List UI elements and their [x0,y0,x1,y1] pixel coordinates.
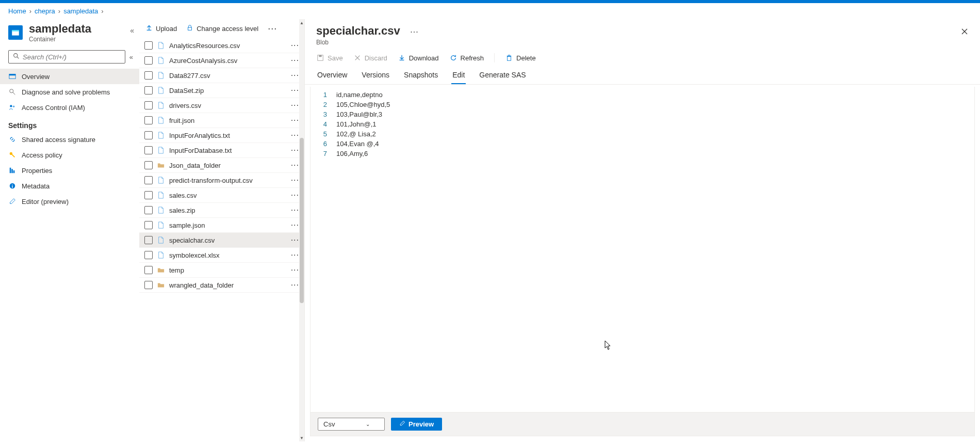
scroll-down-icon[interactable]: ▼ [299,434,304,441]
file-more-actions[interactable]: ··· [291,205,299,215]
checkbox[interactable] [144,56,153,65]
file-row[interactable]: sales.csv··· [139,188,304,203]
checkbox[interactable] [144,41,153,50]
checkbox[interactable] [144,251,153,259]
change-access-button[interactable]: Change access level [186,24,258,33]
breadcrumb-account[interactable]: chepra [35,7,55,15]
checkbox[interactable] [144,86,153,94]
file-more-actions[interactable]: ··· [291,220,299,230]
nav-properties[interactable]: Properties [0,163,139,178]
file-row[interactable]: fruit.json··· [139,113,304,128]
checkbox[interactable] [144,131,153,139]
code-content[interactable]: id,name,deptno105,Chloe@hyd,5103,Paul@bl… [336,90,974,409]
file-more-actions[interactable]: ··· [291,280,299,290]
breadcrumb-container[interactable]: sampledata [63,7,98,15]
code-line[interactable]: 104,Evan @,4 [336,139,974,149]
file-more-actions[interactable]: ··· [291,146,299,155]
file-more-actions[interactable]: ··· [291,265,299,275]
nav-editor[interactable]: Editor (preview) [0,194,139,209]
checkbox[interactable] [144,266,153,274]
code-line[interactable]: 101,John@,1 [336,119,974,129]
code-line[interactable]: 102,@ Lisa,2 [336,129,974,139]
svg-line-7 [13,92,15,94]
nav-diagnose[interactable]: Diagnose and solve problems [0,84,139,100]
code-line[interactable]: 106,Amy,6 [336,149,974,159]
file-name: sample.json [169,222,287,229]
checkbox[interactable] [144,221,153,229]
file-row[interactable]: sample.json··· [139,218,304,233]
file-more-actions[interactable]: ··· [291,131,299,140]
checkbox[interactable] [144,116,153,124]
checkbox[interactable] [144,206,153,214]
preview-button[interactable]: Preview [391,418,442,431]
scrollbar[interactable]: ▲ ▼ [299,19,304,441]
file-row[interactable]: temp··· [139,263,304,278]
file-more-actions[interactable]: ··· [291,191,299,200]
file-row[interactable]: Data8277.csv··· [139,68,304,83]
refresh-button[interactable]: Refresh [449,54,484,62]
file-row[interactable]: InputForDatabase.txt··· [139,143,304,158]
download-button[interactable]: Download [398,54,439,62]
checkbox[interactable] [144,101,153,109]
checkbox[interactable] [144,176,153,184]
file-more-actions[interactable]: ··· [291,235,299,245]
svg-text:i: i [12,184,13,189]
blob-more-actions[interactable]: ··· [410,25,418,36]
collapse-nav-icon[interactable]: « [129,53,133,61]
code-line[interactable]: 103,Paul@blr,3 [336,109,974,119]
tab-versions[interactable]: Versions [361,67,390,84]
more-actions-button[interactable]: ··· [268,23,277,34]
nav-overview[interactable]: Overview [0,69,139,84]
file-row[interactable]: AzureCostAnalysis.csv··· [139,53,304,68]
file-row[interactable]: Json_data_folder··· [139,158,304,173]
checkbox[interactable] [144,71,153,80]
tab-overview[interactable]: Overview [316,67,348,84]
file-row[interactable]: specialchar.csv··· [139,233,304,248]
close-button[interactable] [960,24,969,38]
breadcrumb-home[interactable]: Home [8,7,26,15]
search-input[interactable] [8,50,125,64]
collapse-chevron-icon[interactable]: « [130,26,134,35]
file-row[interactable]: DataSet.zip··· [139,83,304,98]
tab-generate-sas[interactable]: Generate SAS [478,67,527,84]
checkbox[interactable] [144,191,153,199]
tab-snapshots[interactable]: Snapshots [403,67,439,84]
file-row[interactable]: sales.zip··· [139,203,304,218]
scrollbar-thumb[interactable] [300,138,304,303]
upload-button[interactable]: Upload [145,24,177,33]
file-row[interactable]: symbolexcel.xlsx··· [139,248,304,263]
file-row[interactable]: InputForAnalytics.txt··· [139,128,304,143]
file-more-actions[interactable]: ··· [291,71,299,80]
nav-metadata[interactable]: i Metadata [0,178,139,194]
search-field[interactable] [23,53,121,61]
file-more-actions[interactable]: ··· [291,56,299,65]
scroll-up-icon[interactable]: ▲ [299,19,304,26]
nav-iam[interactable]: Access Control (IAM) [0,100,139,115]
file-name: wrangled_data_folder [169,281,287,289]
file-row[interactable]: AnalyticsResources.csv··· [139,38,304,53]
file-more-actions[interactable]: ··· [291,176,299,185]
checkbox[interactable] [144,161,153,169]
code-line[interactable]: 105,Chloe@hyd,5 [336,100,974,109]
code-line[interactable]: id,name,deptno [336,90,974,100]
file-row[interactable]: predict-transform-output.csv··· [139,173,304,188]
file-more-actions[interactable]: ··· [291,101,299,110]
file-more-actions[interactable]: ··· [291,41,299,50]
checkbox[interactable] [144,146,153,154]
file-more-actions[interactable]: ··· [291,250,299,260]
checkbox[interactable] [144,281,153,289]
tab-edit[interactable]: Edit [451,67,466,84]
file-name: InputForAnalytics.txt [169,132,287,139]
delete-button[interactable]: Delete [505,54,536,62]
nav-sas[interactable]: Shared access signature [0,132,139,147]
file-row[interactable]: wrangled_data_folder··· [139,278,304,293]
nav-access-policy[interactable]: Access policy [0,147,139,163]
checkbox[interactable] [144,236,153,244]
file-more-actions[interactable]: ··· [291,161,299,170]
format-select[interactable]: Csv ⌄ [318,418,385,431]
code-editor[interactable]: 1234567 id,name,deptno105,Chloe@hyd,5103… [310,87,975,413]
file-row[interactable]: drivers.csv··· [139,98,304,113]
file-more-actions[interactable]: ··· [291,86,299,95]
file-icon [157,236,165,244]
file-more-actions[interactable]: ··· [291,116,299,125]
